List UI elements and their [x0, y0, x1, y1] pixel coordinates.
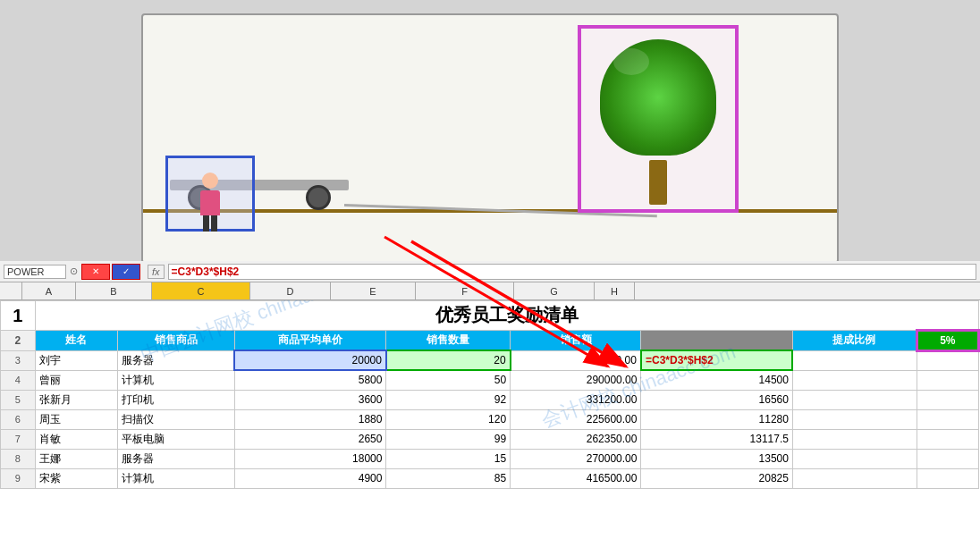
cell-c5[interactable]: 3600 — [234, 390, 385, 409]
cell-a7[interactable]: 肖敏 — [35, 429, 117, 449]
cell-h9[interactable] — [917, 468, 978, 488]
cell-f6[interactable]: 11280 — [641, 409, 792, 429]
formula-bar: POWER ⊙ ✕ ✓ fx =C3*D3*$H$2 — [0, 261, 980, 282]
cell-d5[interactable]: 92 — [386, 390, 511, 409]
row-num-3: 3 — [1, 350, 36, 370]
cell-e5[interactable]: 331200.00 — [511, 390, 641, 409]
cell-e9[interactable]: 416500.00 — [511, 468, 641, 488]
cell-e7[interactable]: 262350.00 — [511, 429, 641, 449]
col-header-a[interactable]: A — [22, 282, 76, 299]
row-num-5: 5 — [1, 390, 36, 409]
cell-d4[interactable]: 50 — [386, 370, 511, 390]
illustration-frame — [141, 13, 839, 264]
cell-g9[interactable] — [792, 468, 917, 488]
col-header-e[interactable]: E — [331, 282, 416, 299]
cell-c9[interactable]: 4900 — [234, 468, 385, 488]
cell-g6[interactable] — [792, 409, 917, 429]
cell-a8[interactable]: 王娜 — [35, 449, 117, 468]
col-header-g[interactable]: G — [514, 282, 595, 299]
cell-g4[interactable] — [792, 370, 917, 390]
insert-function-icon[interactable]: fx — [148, 265, 165, 279]
cell-f8[interactable]: 13500 — [641, 449, 792, 468]
cell-g5[interactable] — [792, 390, 917, 409]
cell-f4[interactable]: 14500 — [641, 370, 792, 390]
formula-buttons: ✕ ✓ — [81, 264, 140, 280]
cell-e6[interactable]: 225600.00 — [511, 409, 641, 429]
cell-h6[interactable] — [917, 409, 978, 429]
cell-a4[interactable]: 曾丽 — [35, 370, 117, 390]
cell-f9[interactable]: 20825 — [641, 468, 792, 488]
cell-h7[interactable] — [917, 429, 978, 449]
header-unit-price: 商品平均单价 — [234, 331, 385, 351]
cell-h5[interactable] — [917, 390, 978, 409]
cell-h3[interactable] — [917, 350, 978, 370]
cell-f3[interactable]: =C3*D3*$H$2 — [641, 350, 792, 370]
cell-b7[interactable]: 平板电脑 — [117, 429, 234, 449]
header-quantity: 销售数量 — [386, 331, 511, 351]
cell-b9[interactable]: 计算机 — [117, 468, 234, 488]
cell-d7[interactable]: 99 — [386, 429, 511, 449]
cell-g7[interactable] — [792, 429, 917, 449]
row-num-7: 7 — [1, 429, 36, 449]
row-num-4: 4 — [1, 370, 36, 390]
cart-wheel-right — [306, 185, 331, 210]
row-num-1: 1 — [1, 301, 36, 331]
confirm-formula-btn[interactable]: ✓ — [112, 264, 140, 280]
header-product: 销售商品 — [117, 331, 234, 351]
cell-a6[interactable]: 周玉 — [35, 409, 117, 429]
tree-box — [578, 25, 739, 213]
cell-c4[interactable]: 5800 — [234, 370, 385, 390]
cell-d8[interactable]: 15 — [386, 449, 511, 468]
illustration-area — [0, 0, 980, 277]
spreadsheet-table: 1 优秀员工奖励清单 2 姓名 销售商品 商品平均单价 销售数量 销售额 提成比… — [0, 300, 980, 489]
col-header-d[interactable]: D — [250, 282, 331, 299]
cell-b6[interactable]: 扫描仪 — [117, 409, 234, 429]
cell-c3[interactable]: 20000 — [234, 350, 385, 370]
cell-f7[interactable]: 13117.5 — [641, 429, 792, 449]
cell-d6[interactable]: 120 — [386, 409, 511, 429]
cell-b3[interactable]: 服务器 — [117, 350, 234, 370]
formula-input[interactable]: =C3*D3*$H$2 — [168, 264, 976, 280]
table-row: 2 姓名 销售商品 商品平均单价 销售数量 销售额 提成比例 5% — [1, 331, 979, 351]
row-num-6: 6 — [1, 409, 36, 429]
spreadsheet-area: POWER ⊙ ✕ ✓ fx =C3*D3*$H$2 A B C D E F G… — [0, 261, 980, 556]
col-header-c[interactable]: C — [152, 282, 250, 299]
cell-a3[interactable]: 刘宇 — [35, 350, 117, 370]
header-bonus — [641, 331, 792, 351]
cell-d9[interactable]: 85 — [386, 468, 511, 488]
girl-figure — [200, 173, 220, 215]
cell-a5[interactable]: 张新月 — [35, 390, 117, 409]
col-header-b[interactable]: B — [76, 282, 152, 299]
cell-f5[interactable]: 16560 — [641, 390, 792, 409]
tree-trunk — [649, 160, 667, 205]
cell-d3[interactable]: 20 — [386, 350, 511, 370]
row-num-9: 9 — [1, 468, 36, 488]
commission-rate-value: 5% — [917, 331, 978, 351]
cell-a9[interactable]: 宋紫 — [35, 468, 117, 488]
cell-e3[interactable]: 400000.00 — [511, 350, 641, 370]
formula-close-icon[interactable]: ⊙ — [70, 265, 78, 277]
cell-c7[interactable]: 2650 — [234, 429, 385, 449]
cell-h4[interactable] — [917, 370, 978, 390]
cancel-formula-btn[interactable]: ✕ — [81, 264, 110, 280]
cell-e4[interactable]: 290000.00 — [511, 370, 641, 390]
spreadsheet-wrapper: 中国会计网校 chinaacc.com 会计网校 chinaacc.com 1 … — [0, 300, 980, 489]
cell-b5[interactable]: 打印机 — [117, 390, 234, 409]
cell-b4[interactable]: 计算机 — [117, 370, 234, 390]
table-row: 6 周玉 扫描仪 1880 120 225600.00 11280 — [1, 409, 979, 429]
col-header-f[interactable]: F — [416, 282, 514, 299]
table-row: 8 王娜 服务器 18000 15 270000.00 13500 — [1, 449, 979, 468]
cell-b8[interactable]: 服务器 — [117, 449, 234, 468]
name-box[interactable]: POWER — [4, 265, 66, 279]
cell-e8[interactable]: 270000.00 — [511, 449, 641, 468]
cell-g8[interactable] — [792, 449, 917, 468]
col-header-h[interactable]: H — [595, 282, 635, 299]
cell-c8[interactable]: 18000 — [234, 449, 385, 468]
header-commission: 提成比例 — [792, 331, 917, 351]
cell-g3[interactable] — [792, 350, 917, 370]
cell-h8[interactable] — [917, 449, 978, 468]
cell-c6[interactable]: 1880 — [234, 409, 385, 429]
table-row: 7 肖敏 平板电脑 2650 99 262350.00 13117.5 — [1, 429, 979, 449]
header-name: 姓名 — [35, 331, 117, 351]
table-row: 1 优秀员工奖励清单 — [1, 301, 979, 331]
